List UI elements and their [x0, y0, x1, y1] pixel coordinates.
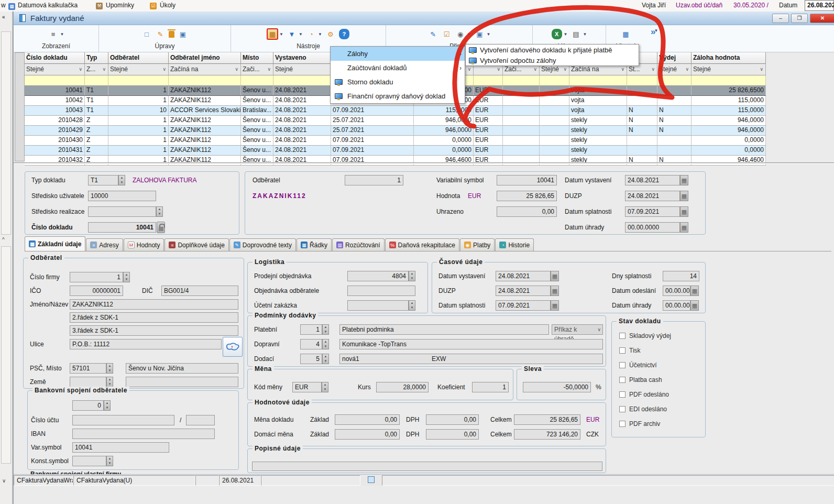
- calendar-icon[interactable]: ▦: [690, 300, 699, 311]
- filter-input[interactable]: [85, 75, 108, 86]
- dropdown-caret-icon[interactable]: ▼: [60, 32, 64, 37]
- grid-cell[interactable]: 2010430: [25, 136, 85, 145]
- grid-cell[interactable]: 1: [108, 96, 169, 105]
- psc-spinner[interactable]: ▲▼: [106, 363, 113, 374]
- ucetni-spinner[interactable]: ▲▼: [409, 300, 415, 311]
- home-celkem-field[interactable]: 723 146,20: [514, 429, 580, 440]
- view-eye-icon[interactable]: ≡: [48, 29, 59, 39]
- column-header[interactable]: Číslo dokladu: [25, 52, 85, 64]
- filter-icon[interactable]: ▼: [287, 29, 297, 39]
- filter-input[interactable]: [569, 75, 627, 86]
- c-duzp-field[interactable]: 24.08.2021: [496, 286, 551, 296]
- grid-cell[interactable]: N: [657, 106, 692, 115]
- excel-icon[interactable]: X: [552, 29, 562, 39]
- grid-cell[interactable]: [540, 116, 569, 125]
- filter-input[interactable]: [474, 75, 503, 86]
- grid-cell[interactable]: 24.08.2021: [273, 136, 331, 145]
- grid-cell[interactable]: 0,0000: [414, 146, 474, 155]
- checkbox-icon[interactable]: [619, 377, 626, 383]
- hodnota-field[interactable]: 25 826,65: [497, 191, 557, 201]
- home-zaklad-field[interactable]: 0,00: [335, 429, 400, 440]
- platebni-text-field[interactable]: Platebni podminka: [339, 324, 549, 335]
- platebni-spinner[interactable]: ▲▼: [322, 324, 329, 335]
- workflow-icon[interactable]: ▣: [475, 29, 485, 39]
- grid-cell[interactable]: 0,0000: [692, 146, 766, 155]
- grid-cell[interactable]: [503, 126, 540, 135]
- media-icon[interactable]: ◉: [455, 29, 466, 39]
- checkbox-icon[interactable]: [619, 391, 626, 398]
- grid-row[interactable]: 2010430Z1ZAKAZNIK112Šenov u...24.08.2021…: [25, 136, 766, 146]
- checkbox-skladov-v-dej[interactable]: Skladový výdej: [619, 332, 671, 339]
- grid-cell[interactable]: Z: [85, 116, 108, 125]
- grid-cell[interactable]: 1: [108, 136, 169, 145]
- var-symbol-field[interactable]: 10041: [72, 442, 169, 453]
- settings-icon[interactable]: ⚙: [325, 29, 336, 39]
- stredisko-realizace-field[interactable]: [88, 206, 156, 217]
- table-settings-icon[interactable]: ▦: [267, 29, 278, 39]
- doc-zaklad-field[interactable]: 0,00: [335, 414, 400, 425]
- column-header[interactable]: Záloha hodnota: [692, 52, 766, 64]
- tab-dopl-kov-daje[interactable]: ≡Doplňkové údaje: [164, 238, 228, 251]
- grid-cell[interactable]: [627, 136, 657, 145]
- grid-cell[interactable]: 115,0000: [692, 96, 766, 105]
- cislo-firmy-field[interactable]: 1: [70, 272, 123, 282]
- kod-meny-spinner[interactable]: ▲▼: [322, 382, 328, 392]
- grid-cell[interactable]: [503, 96, 540, 105]
- grid-cell[interactable]: [503, 146, 540, 155]
- grid-cell[interactable]: Šenov u...: [241, 116, 273, 125]
- objednavka-odberatele-field[interactable]: [347, 286, 415, 296]
- filter-input[interactable]: [169, 75, 241, 86]
- grid-cell[interactable]: 24.08.2021: [273, 106, 331, 115]
- menu-upominky[interactable]: Upomínky: [106, 2, 134, 9]
- grid-cell[interactable]: [540, 106, 569, 115]
- lock-icon[interactable]: [157, 222, 165, 233]
- grid-cell[interactable]: Z: [85, 136, 108, 145]
- column-header[interactable]: Odběratel jméno: [169, 52, 241, 64]
- restore-button[interactable]: ❐: [791, 14, 808, 23]
- c-datum-uhrady-field[interactable]: 00.00.0000: [663, 300, 690, 311]
- popisne-field[interactable]: [252, 462, 602, 471]
- grid-cell[interactable]: N: [627, 126, 657, 135]
- ucetni-zakazka-field[interactable]: [347, 300, 409, 311]
- tab-adresy[interactable]: ≡Adresy: [86, 238, 123, 251]
- bank-order-spinner[interactable]: ▲▼: [104, 400, 111, 411]
- grid-cell[interactable]: [540, 86, 569, 95]
- filter-input[interactable]: [540, 75, 569, 86]
- tab-hodnoty[interactable]: 12Hodnoty: [124, 238, 164, 251]
- column-header[interactable]: Výdej: [657, 52, 692, 64]
- grid-cell[interactable]: 2010428: [25, 116, 85, 125]
- grid-cell[interactable]: EUR: [474, 136, 503, 145]
- grid-cell[interactable]: Šenov u...: [241, 146, 273, 155]
- prodejni-objednavka-field[interactable]: 4804: [347, 271, 409, 281]
- datum-vystaveni-field[interactable]: 24.08.2021: [625, 175, 680, 185]
- grid-cell[interactable]: EUR: [474, 126, 503, 135]
- new-document-icon[interactable]: □: [141, 29, 152, 39]
- sleva-field[interactable]: -50,0000: [523, 382, 591, 392]
- grid-cell[interactable]: stekly: [569, 136, 627, 145]
- doc-celkem-field[interactable]: 25 826,65: [514, 414, 580, 425]
- checklist-icon[interactable]: ☑: [442, 29, 452, 39]
- grid-cell[interactable]: [627, 86, 657, 95]
- grid-cell[interactable]: EUR: [474, 106, 503, 115]
- grid-row[interactable]: 2010429Z1ZAKAZNIK112Šenov u...24.08.2021…: [25, 126, 766, 136]
- bank-order-field[interactable]: 0: [72, 400, 104, 411]
- grid-cell[interactable]: 10043: [25, 106, 85, 115]
- grid-cell[interactable]: vojta: [569, 106, 627, 115]
- grid-cell[interactable]: Šenov u...: [241, 126, 273, 135]
- tab-historie[interactable]: ◔Historie: [495, 238, 534, 251]
- left-panel-splitter[interactable]: [1, 31, 11, 235]
- stredisko-realizace-spinner[interactable]: ▲▼: [156, 206, 163, 217]
- dopravni-num-field[interactable]: 4: [300, 339, 322, 349]
- home-dph-field[interactable]: 0,00: [426, 429, 479, 440]
- tab-da-ov-rekapitulace[interactable]: %Daňová rekapitulace: [385, 238, 459, 251]
- collapse-left-icon[interactable]: «: [2, 14, 5, 20]
- grid-cell[interactable]: 115,0000: [414, 106, 474, 115]
- menu-item-za-tov-n-doklad-[interactable]: Zaúčtování dokladů›: [331, 61, 465, 75]
- grid-row[interactable]: 2010428Z1ZAKAZNIK112Šenov u...24.08.2021…: [25, 116, 766, 126]
- minimize-button[interactable]: –: [772, 14, 789, 23]
- grid-cell[interactable]: ZAKAZNIK112: [169, 126, 241, 135]
- tab-roz-tov-n-[interactable]: ▥Rozúčtování: [332, 238, 385, 251]
- submenu-item-vytvo-en-odpo-tu-z-lohy[interactable]: Vytvoření odpočtu zálohy: [466, 55, 639, 65]
- zeme-name-field[interactable]: [126, 377, 238, 387]
- filter-dropdown[interactable]: Stejné∨: [25, 64, 85, 75]
